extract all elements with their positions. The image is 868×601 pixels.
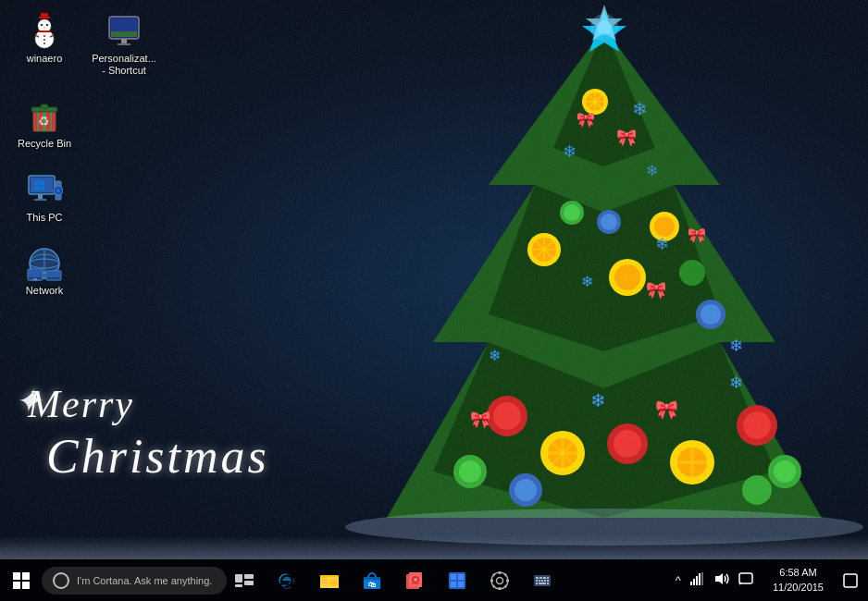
svg-rect-162: [539, 583, 546, 584]
svg-rect-77: [38, 31, 51, 32]
svg-point-73: [46, 24, 48, 26]
svg-rect-145: [499, 587, 502, 590]
svg-rect-93: [52, 111, 56, 131]
clock-time: 6:58 AM: [779, 566, 816, 580]
svg-text:❄: ❄: [489, 348, 501, 363]
svg-point-80: [43, 43, 45, 44]
windows-logo-icon: [13, 572, 30, 589]
svg-rect-90: [33, 111, 37, 131]
icon-row-this-pc: This PC: [9, 168, 159, 227]
svg-text:❄: ❄: [655, 235, 669, 253]
desktop-icon-recycle-bin[interactable]: ♻ Recycle Bin: [9, 94, 80, 153]
svg-point-71: [38, 19, 51, 32]
svg-rect-85: [111, 18, 137, 31]
svg-rect-125: [320, 575, 328, 578]
svg-rect-121: [244, 581, 254, 585]
svg-point-33: [601, 214, 617, 230]
taskbar-app-edge[interactable]: [266, 559, 308, 601]
svg-rect-128: [330, 580, 337, 585]
notification-center-button[interactable]: [833, 559, 868, 601]
svg-rect-172: [844, 574, 857, 587]
taskbar-app-settings[interactable]: [478, 559, 521, 601]
taskbar-app-keyboard[interactable]: [521, 559, 564, 601]
svg-text:🎀: 🎀: [646, 280, 667, 300]
icon-row-1: winaero Personalizat.: [9, 9, 159, 80]
svg-point-44: [614, 430, 641, 458]
svg-text:🎀: 🎀: [616, 128, 638, 148]
svg-rect-159: [541, 580, 543, 582]
desktop-icon-this-pc[interactable]: This PC: [9, 168, 80, 227]
tray-network-icon[interactable]: [688, 570, 708, 590]
svg-text:❄: ❄: [729, 337, 743, 355]
desktop: ❄ ❄ ❄ 🎀 🎀: [0, 0, 868, 559]
task-view-button[interactable]: [227, 559, 262, 601]
settings-icon: [490, 570, 510, 591]
svg-rect-114: [33, 278, 37, 280]
svg-point-103: [56, 189, 60, 192]
svg-text:❄: ❄: [590, 390, 606, 411]
snow-bottom: [0, 536, 868, 559]
svg-rect-146: [490, 579, 493, 582]
svg-text:🎀: 🎀: [688, 227, 706, 244]
svg-rect-171: [739, 573, 752, 583]
taskbar-app-explorer[interactable]: [308, 559, 351, 601]
svg-rect-86: [111, 31, 137, 37]
svg-point-35: [701, 304, 721, 325]
desktop-icons-container: winaero Personalizat.: [0, 0, 168, 310]
network-label: Network: [10, 285, 79, 297]
svg-rect-165: [690, 582, 692, 585]
svg-rect-161: [547, 580, 549, 582]
task-view-icon: [235, 574, 254, 587]
this-pc-icon: [26, 172, 63, 209]
winaero-icon: [26, 13, 63, 50]
taskbar-app-media[interactable]: [393, 559, 436, 601]
svg-text:❄: ❄: [581, 274, 593, 289]
this-pc-label: This PC: [10, 212, 79, 224]
svg-rect-169: [701, 572, 703, 585]
svg-rect-119: [235, 574, 242, 583]
taskbar-clock[interactable]: 6:58 AM 11/20/2015: [763, 559, 833, 601]
svg-text:❄: ❄: [729, 374, 743, 392]
start-button[interactable]: [0, 559, 42, 601]
svg-point-143: [497, 577, 503, 583]
svg-rect-154: [539, 577, 542, 579]
taskbar-app-store[interactable]: 🛍: [351, 559, 393, 601]
christmas-text: ✦ Merry Christmas: [28, 381, 269, 485]
taskbar-app-5[interactable]: [436, 559, 478, 601]
cortana-icon: [53, 572, 69, 589]
svg-rect-168: [699, 573, 701, 585]
explorer-icon: [319, 570, 340, 591]
desktop-icon-network[interactable]: Network: [9, 241, 80, 300]
desktop-icon-personalization[interactable]: Personalizat... - Shortcut: [89, 9, 159, 80]
taskbar: I'm Cortana. Ask me anything.: [0, 559, 868, 601]
svg-point-7: [597, 20, 612, 35]
personalization-label: Personalizat... - Shortcut: [90, 53, 158, 77]
svg-rect-106: [34, 186, 39, 190]
svg-rect-122: [235, 584, 242, 587]
svg-rect-105: [40, 180, 44, 185]
svg-rect-100: [34, 199, 46, 201]
svg-rect-95: [41, 104, 48, 108]
svg-text:🎀: 🎀: [577, 111, 595, 129]
svg-point-78: [43, 35, 45, 37]
cortana-placeholder: I'm Cortana. Ask me anything.: [77, 575, 212, 586]
svg-text:❄: ❄: [632, 99, 648, 119]
tray-volume-icon[interactable]: [712, 570, 732, 590]
svg-rect-126: [322, 580, 329, 581]
desktop-icon-winaero[interactable]: winaero: [9, 9, 80, 80]
svg-rect-153: [536, 577, 539, 579]
svg-rect-76: [41, 13, 48, 18]
svg-rect-166: [693, 579, 695, 585]
svg-text:🎀: 🎀: [655, 399, 678, 421]
svg-point-60: [774, 460, 796, 483]
svg-rect-115: [31, 280, 40, 281]
tray-message-icon[interactable]: [736, 570, 756, 590]
svg-point-79: [43, 39, 45, 41]
cortana-search[interactable]: I'm Cortana. Ask me anything.: [42, 567, 227, 595]
svg-point-26: [654, 216, 675, 237]
svg-point-46: [743, 411, 771, 439]
svg-text:❄: ❄: [563, 142, 577, 161]
tray-expand-button[interactable]: ^: [673, 571, 684, 589]
svg-rect-117: [47, 272, 60, 277]
svg-point-135: [414, 578, 417, 582]
